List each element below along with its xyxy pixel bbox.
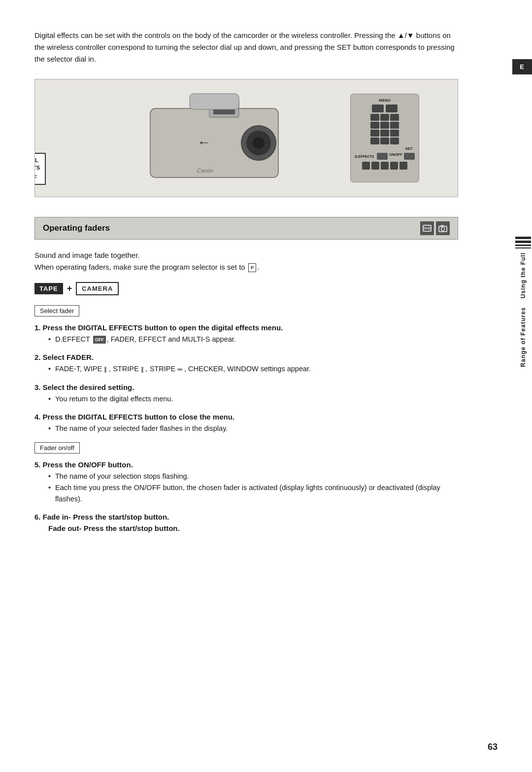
step-5-bullets: The name of your selection stops flashin… <box>48 471 458 505</box>
step-6-title: 6. Fade in- Press the start/stop button. <box>34 513 458 521</box>
step-1-text: Press the DIGITAL EFFECTS button to open… <box>43 323 283 332</box>
step-2-number: 2. <box>34 353 41 361</box>
remote-menu-label: MENU <box>379 98 391 103</box>
step-5-number: 5. <box>34 460 41 469</box>
sidebar-text: Range of Features Using the Full <box>520 252 527 367</box>
step-2-title: 2. Select FADER. <box>34 353 458 361</box>
remote-control: MENU SET D.EFFECTS <box>350 94 419 182</box>
step-4: 4. Press the DIGITAL EFFECTS button to c… <box>34 413 458 434</box>
camcorder-diagram: DIGITAL EFFECTS ON/OFF P ← Canon <box>34 79 458 197</box>
step-6-number: 6. <box>34 513 41 521</box>
step-2-bullet-1: FADE-T, WIPE ‖ , STRIPE ‖ , STRIPE ═ , C… <box>48 363 458 375</box>
section-tab-label: E <box>520 63 525 70</box>
step-3-text: Select the desired setting. <box>43 383 134 391</box>
description-block: Sound and image fade together. When oper… <box>34 249 458 273</box>
sidebar-lines <box>515 237 531 248</box>
off-icon: OFF <box>93 336 106 344</box>
section-tab: E <box>512 59 532 74</box>
description-line1: Sound and image fade together. <box>34 249 458 261</box>
svg-text:Canon: Canon <box>197 168 213 174</box>
step-1-bullets: D.EFFECT OFF, FADER, EFFECT and MULTI-S … <box>48 334 458 345</box>
step-5-title: 5. Press the ON/OFF button. <box>34 460 458 469</box>
svg-point-12 <box>424 227 426 229</box>
step-5-text: Press the ON/OFF button. <box>43 460 133 469</box>
p-icon: P <box>248 263 256 272</box>
step-4-bullets: The name of your selected fader flashes … <box>48 423 458 434</box>
remote-deffects-row: D.EFFECTS ON/OFF <box>355 153 414 160</box>
digital-effects-label: DIGITAL EFFECTS ON/OFF <box>34 153 46 185</box>
step-3-bullet-1: You return to the digital effects menu. <box>48 393 458 405</box>
diagram-inner: DIGITAL EFFECTS ON/OFF P ← Canon <box>35 79 458 197</box>
step-6: 6. Fade in- Press the start/stop button.… <box>34 513 458 532</box>
page-number: 63 <box>488 742 498 752</box>
step-5: 5. Press the ON/OFF button. The name of … <box>34 460 458 505</box>
sidebar-line-1 <box>515 237 531 239</box>
select-fader-label: Select fader <box>34 305 79 316</box>
label-digital: DIGITAL <box>34 157 40 164</box>
remote-set-label: SET <box>405 146 413 151</box>
step-3-bullets: You return to the digital effects menu. <box>48 393 458 405</box>
step-3-number: 3. <box>34 383 41 391</box>
step-1-bullet-1: D.EFFECT OFF, FADER, EFFECT and MULTI-S … <box>48 334 458 345</box>
step-3: 3. Select the desired setting. You retur… <box>34 383 458 405</box>
intro-paragraph: Digital effects can be set with the cont… <box>34 30 458 65</box>
label-effects: EFFECTS <box>34 164 40 172</box>
plus-symbol: + <box>67 283 72 294</box>
camera-icon <box>436 221 450 235</box>
tape-icon <box>420 221 434 235</box>
step-4-bullet-1: The name of your selected fader flashes … <box>48 423 458 434</box>
content-area: Sound and image fade together. When oper… <box>34 249 458 532</box>
tape-icon-svg <box>423 224 432 233</box>
svg-point-16 <box>441 227 445 231</box>
camera-icon-svg <box>438 224 447 233</box>
sidebar-line-2 <box>515 241 531 243</box>
svg-text:←: ← <box>197 135 211 150</box>
section-header: Operating faders <box>34 217 458 240</box>
step-2-text: Select FADER. <box>43 353 94 361</box>
remote-top-buttons <box>372 105 398 112</box>
sidebar-line-3 <box>515 245 531 246</box>
step-5-bullet-1: The name of your selection stops flashin… <box>48 471 458 482</box>
step-1-number: 1. <box>34 323 41 332</box>
section-title: Operating faders <box>43 223 110 233</box>
remote-grid-buttons <box>370 114 399 144</box>
step-4-text: Press the DIGITAL EFFECTS button to clos… <box>43 413 234 421</box>
svg-point-13 <box>428 227 430 229</box>
sidebar-line-4 <box>515 247 531 248</box>
sidebar-label-line1: Using the Full <box>520 252 527 298</box>
description-line2: When operating faders, make sure the pro… <box>34 261 458 273</box>
right-sidebar: Range of Features Using the Full <box>514 237 532 385</box>
step-4-number: 4. <box>34 413 41 421</box>
step-1-title: 1. Press the DIGITAL EFFECTS button to o… <box>34 323 458 332</box>
label-onoff: ON/OFF <box>34 174 40 181</box>
header-icons <box>420 221 450 235</box>
step-3-title: 3. Select the desired setting. <box>34 383 458 391</box>
fader-onoff-label: Fader on/off <box>34 442 80 454</box>
svg-point-3 <box>253 137 265 149</box>
camcorder-svg: P ← Canon <box>121 89 308 187</box>
badge-row: TAPE + CAMERA <box>34 282 458 295</box>
step-6-fadeout: Fade out- Press the start/stop button. <box>48 524 458 532</box>
svg-rect-9 <box>190 94 239 109</box>
step-5-bullet-2: Each time you press the ON/OFF button, t… <box>48 482 458 505</box>
tape-badge: TAPE <box>34 283 63 294</box>
intro-text: Digital effects can be set with the cont… <box>34 31 455 63</box>
step-1: 1. Press the DIGITAL EFFECTS button to o… <box>34 323 458 345</box>
step-6-text: Fade in- Press the start/stop button. <box>43 513 169 521</box>
step-4-title: 4. Press the DIGITAL EFFECTS button to c… <box>34 413 458 421</box>
remote-bottom-buttons <box>362 162 407 170</box>
step-2: 2. Select FADER. FADE-T, WIPE ‖ , STRIPE… <box>34 353 458 375</box>
sidebar-label-line2: Range of Features <box>520 307 527 367</box>
camera-badge: CAMERA <box>76 282 119 295</box>
step-2-bullets: FADE-T, WIPE ‖ , STRIPE ‖ , STRIPE ═ , C… <box>48 363 458 375</box>
